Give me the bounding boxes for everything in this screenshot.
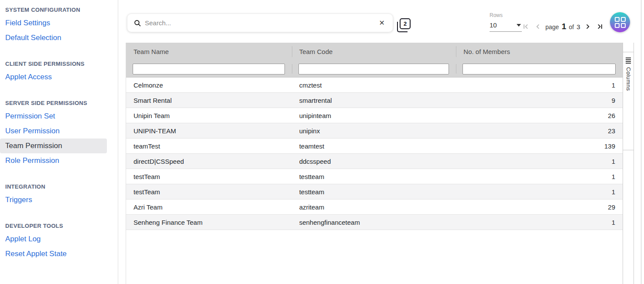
sidebar-item-reset-applet-state[interactable]: Reset Applet State bbox=[0, 247, 107, 261]
search-box[interactable]: ✕ bbox=[127, 14, 393, 32]
section-header: CLIENT SIDE PERMISSIONS bbox=[0, 60, 118, 70]
clear-search-icon[interactable]: ✕ bbox=[377, 19, 387, 27]
rows-value: 10 bbox=[490, 21, 497, 29]
cell-team-name: Senheng Finance Team bbox=[126, 219, 292, 226]
teams-table: Team Name Team Code No. of Members Celmo… bbox=[126, 43, 623, 284]
table-row[interactable]: Azri Team azriteam 29 bbox=[126, 199, 623, 215]
sidebar-item-applet-log[interactable]: Applet Log bbox=[0, 232, 107, 247]
cell-team-name: Smart Rental bbox=[126, 97, 292, 104]
apps-grid-button[interactable] bbox=[610, 12, 630, 32]
table-row[interactable]: UNIPIN-TEAM unipinx 23 bbox=[126, 123, 623, 139]
previous-page-button[interactable] bbox=[534, 22, 542, 31]
search-icon bbox=[134, 19, 141, 27]
cell-team-name: UNIPIN-TEAM bbox=[126, 127, 292, 135]
sidebar: SYSTEM CONFIGURATION Field Settings Defa… bbox=[0, 0, 118, 284]
columns-tab[interactable]: Columns bbox=[623, 52, 634, 150]
sidebar-section-server-side-permissions: SERVER SIDE PERMISSIONS Permission Set U… bbox=[0, 99, 118, 168]
cell-team-name: Unipin Team bbox=[126, 112, 292, 119]
cell-members: 1 bbox=[456, 173, 623, 180]
cell-team-code: teamtest bbox=[292, 142, 456, 150]
sidebar-item-field-settings[interactable]: Field Settings bbox=[0, 16, 107, 30]
column-header-team-code[interactable]: Team Code bbox=[292, 43, 456, 61]
cell-team-code: smartrental bbox=[292, 97, 456, 104]
last-page-button[interactable] bbox=[595, 22, 604, 31]
filter-input-team-code[interactable] bbox=[298, 64, 449, 74]
section-header: DEVELOPER TOOLS bbox=[0, 222, 118, 232]
columns-lines-icon bbox=[626, 57, 631, 64]
sidebar-item-applet-access[interactable]: Applet Access bbox=[0, 70, 107, 85]
section-header: SYSTEM CONFIGURATION bbox=[0, 6, 118, 16]
cell-members: 1 bbox=[456, 219, 623, 226]
table-filter-row bbox=[126, 61, 623, 78]
sidebar-item-user-permission[interactable]: User Permission bbox=[0, 124, 107, 139]
total-pages: 3 bbox=[576, 23, 580, 30]
column-header-no-of-members[interactable]: No. of Members bbox=[456, 43, 623, 61]
table-row[interactable]: Senheng Finance Team senhengfinanceteam … bbox=[126, 215, 623, 230]
next-page-button[interactable] bbox=[583, 22, 592, 31]
cell-team-name: directD|CSSpeed bbox=[126, 158, 292, 165]
rows-label: Rows bbox=[490, 12, 522, 18]
cell-team-code: azriteam bbox=[292, 203, 456, 211]
main-content: ✕ 2 Rows 10 page bbox=[118, 0, 644, 284]
columns-rail: Columns bbox=[623, 43, 634, 284]
cell-members: 26 bbox=[456, 112, 623, 119]
cell-members: 9 bbox=[456, 97, 623, 104]
grid-icon bbox=[615, 17, 626, 28]
current-page: 1 bbox=[562, 22, 566, 31]
columns-tab-label: Columns bbox=[625, 67, 632, 91]
filter-input-no-of-members[interactable] bbox=[462, 64, 616, 74]
table-row[interactable]: teamTest teamtest 139 bbox=[126, 139, 623, 154]
cell-team-name: testTeam bbox=[126, 173, 292, 180]
duplicate-number: 2 bbox=[400, 18, 411, 29]
duplicate-view-icon[interactable]: 2 bbox=[396, 17, 412, 33]
cell-team-name: testTeam bbox=[126, 188, 292, 196]
sidebar-item-permission-set[interactable]: Permission Set bbox=[0, 109, 107, 124]
cell-members: 139 bbox=[456, 142, 623, 150]
cell-team-code: unipinteam bbox=[292, 112, 456, 119]
table-row[interactable]: Celmonze cmztest 1 bbox=[126, 78, 623, 93]
sidebar-section-integration: INTEGRATION Triggers bbox=[0, 183, 118, 207]
cell-members: 1 bbox=[456, 81, 623, 89]
table-row[interactable]: testTeam testteam 1 bbox=[126, 184, 623, 199]
cell-team-name: Azri Team bbox=[126, 203, 292, 211]
column-header-team-name[interactable]: Team Name bbox=[126, 43, 292, 61]
page-word: page bbox=[545, 24, 559, 30]
cell-members: 1 bbox=[456, 188, 623, 196]
section-header: SERVER SIDE PERMISSIONS bbox=[0, 99, 118, 109]
first-page-button[interactable] bbox=[522, 22, 531, 31]
sidebar-item-triggers[interactable]: Triggers bbox=[0, 193, 107, 207]
cell-members: 29 bbox=[456, 203, 623, 211]
rows-per-page-select[interactable]: Rows 10 bbox=[490, 12, 522, 32]
table-header-row: Team Name Team Code No. of Members bbox=[126, 43, 623, 61]
panel-right-border bbox=[641, 0, 641, 284]
cell-team-code: senhengfinanceteam bbox=[292, 219, 456, 226]
filter-input-team-name[interactable] bbox=[133, 64, 285, 74]
of-word: of bbox=[569, 24, 574, 30]
cell-members: 1 bbox=[456, 158, 623, 165]
caret-down-icon bbox=[517, 24, 521, 27]
sidebar-item-role-permission[interactable]: Role Permission bbox=[0, 153, 107, 168]
table-row[interactable]: Smart Rental smartrental 9 bbox=[126, 93, 623, 108]
sidebar-section-system-configuration: SYSTEM CONFIGURATION Field Settings Defa… bbox=[0, 6, 118, 45]
pagination: page 1 of 3 bbox=[522, 20, 604, 34]
cell-team-name: teamTest bbox=[126, 142, 292, 150]
sidebar-section-developer-tools: DEVELOPER TOOLS Applet Log Reset Applet … bbox=[0, 222, 118, 261]
sidebar-item-default-selection[interactable]: Default Selection bbox=[0, 30, 107, 45]
cell-team-code: unipinx bbox=[292, 127, 456, 135]
cell-team-code: cmztest bbox=[292, 81, 456, 89]
table-row[interactable]: directD|CSSpeed ddcsspeed 1 bbox=[126, 154, 623, 169]
section-header: INTEGRATION bbox=[0, 183, 118, 193]
app-root: SYSTEM CONFIGURATION Field Settings Defa… bbox=[0, 0, 644, 284]
cell-team-code: testteam bbox=[292, 173, 456, 180]
cell-members: 23 bbox=[456, 127, 623, 135]
sidebar-section-client-side-permissions: CLIENT SIDE PERMISSIONS Applet Access bbox=[0, 60, 118, 85]
cell-team-code: testteam bbox=[292, 188, 456, 196]
cell-team-name: Celmonze bbox=[126, 81, 292, 89]
page-indicator: page 1 of 3 bbox=[545, 22, 580, 31]
table-row[interactable]: Unipin Team unipinteam 26 bbox=[126, 108, 623, 123]
cell-team-code: ddcsspeed bbox=[292, 158, 456, 165]
table-row[interactable]: testTeam testteam 1 bbox=[126, 169, 623, 184]
search-input[interactable] bbox=[145, 19, 377, 27]
sidebar-item-team-permission[interactable]: Team Permission bbox=[0, 139, 107, 153]
